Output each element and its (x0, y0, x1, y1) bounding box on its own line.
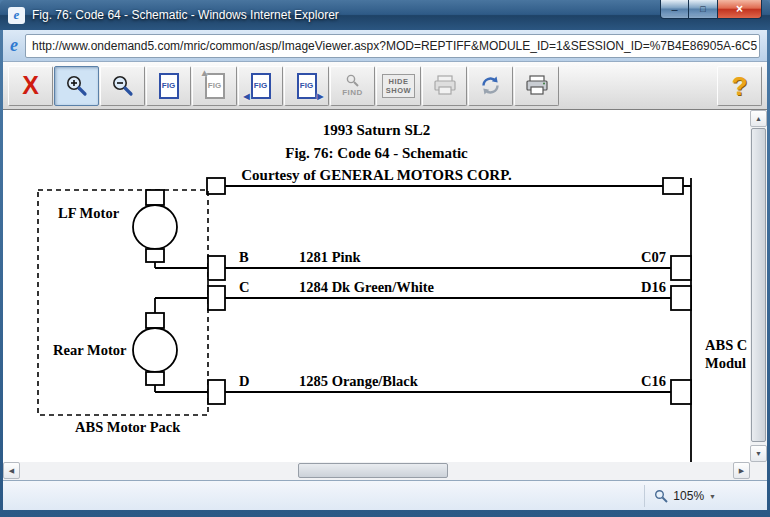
lf-motor-label: LF Motor (58, 205, 120, 221)
connector-box (208, 286, 225, 310)
circuit-label: 1285 Orange/Black (299, 373, 419, 389)
circuit-label: 1284 Dk Green/White (299, 279, 435, 295)
terminal-label: D16 (641, 279, 666, 295)
connector-box (671, 380, 691, 404)
scroll-right-button[interactable]: ▶ (733, 462, 750, 479)
status-bar: 105% ▼ (3, 480, 767, 510)
url-text: http://www.ondemand5.com/mric/common/asp… (32, 39, 757, 53)
next-figure-button[interactable]: FIG ▶ (284, 66, 329, 106)
pin-label: C (239, 279, 249, 295)
horizontal-scrollbar-thumb[interactable] (298, 463, 448, 478)
scrollbar-corner (750, 462, 767, 480)
zoom-icon (654, 489, 668, 503)
ie-page-icon: e (8, 7, 25, 24)
window-body: e http://www.ondemand5.com/mric/common/a… (3, 30, 767, 510)
scroll-up-button[interactable]: ▲ (750, 110, 767, 127)
wire-d: D 1285 Orange/Black C16 (155, 373, 691, 404)
find-label: FIND (342, 88, 363, 97)
lf-motor-symbol (133, 190, 177, 268)
connector-box (208, 256, 225, 280)
scroll-left-button[interactable]: ◀ (3, 462, 20, 479)
print-preview-icon (433, 75, 457, 96)
zoom-in-icon (65, 74, 88, 97)
find-button[interactable]: FIND (330, 66, 375, 106)
show-label: SHOW (386, 86, 411, 95)
connector-box (207, 178, 225, 194)
connector-box (208, 380, 225, 404)
zoom-out-icon (111, 74, 134, 97)
fig-label: FIG (162, 81, 175, 90)
down-arrow-icon: ▼ (755, 450, 762, 457)
connector-box (671, 256, 691, 280)
window-controls: – □ × (660, 0, 762, 19)
print-preview-button[interactable] (422, 66, 467, 106)
abs-motor-pack-label: ABS Motor Pack (75, 419, 181, 435)
refresh-button[interactable] (468, 66, 513, 106)
zoom-in-button[interactable] (54, 66, 99, 106)
hide-show-button[interactable]: HIDE SHOW (376, 66, 421, 106)
schematic-diagram: ABS C Modul ABS Motor Pack LF Motor (3, 110, 750, 462)
zoom-caret-icon: ▼ (709, 493, 716, 500)
circuit-label: 1281 Pink (299, 249, 362, 265)
ie-logo-icon: e (10, 35, 18, 56)
figure-up-icon: FIG ▲ (205, 73, 225, 99)
maximize-button[interactable]: □ (689, 0, 717, 19)
address-bar: e http://www.ondemand5.com/mric/common/a… (3, 30, 767, 62)
figure-up-button[interactable]: FIG ▲ (192, 66, 237, 106)
motor-terminal-box (146, 372, 164, 385)
connector-box (671, 286, 691, 310)
motor-circle (133, 328, 177, 372)
help-button[interactable]: ? (717, 66, 762, 106)
terminal-label: C07 (641, 249, 666, 265)
figure-doc-icon: FIG (159, 73, 179, 99)
vertical-scrollbar-thumb[interactable] (751, 128, 766, 442)
previous-figure-button[interactable]: FIG ◀ (238, 66, 283, 106)
right-arrow-icon: ▶ (317, 93, 323, 101)
printer-icon (525, 75, 549, 96)
motor-terminal-box (146, 249, 164, 262)
fig-label: FIG (300, 81, 313, 90)
scroll-down-button[interactable]: ▼ (750, 445, 767, 462)
find-icon: FIND (342, 74, 363, 97)
window-title: Fig. 76: Code 64 - Schematic - Windows I… (32, 8, 339, 22)
motor-terminal-box (146, 313, 164, 328)
left-arrow-icon: ◀ (244, 93, 250, 101)
close-button[interactable]: × (717, 0, 762, 19)
print-button[interactable] (514, 66, 559, 106)
fig-label: FIG (208, 81, 221, 90)
rear-motor-label: Rear Motor (53, 342, 127, 358)
rear-motor-symbol (133, 298, 177, 392)
zoom-out-button[interactable] (100, 66, 145, 106)
zoom-control[interactable]: 105% ▼ (644, 485, 725, 507)
minimize-button[interactable]: – (660, 0, 689, 19)
viewer-toolbar: X FIG (3, 62, 767, 110)
fig-label: FIG (254, 81, 267, 90)
title-bar: e Fig. 76: Code 64 - Schematic - Windows… (0, 0, 770, 30)
up-arrow-icon: ▲ (200, 68, 210, 78)
wire-c: C 1284 Dk Green/White D16 (155, 279, 691, 310)
pin-label: D (239, 373, 249, 389)
ie-window: e Fig. 76: Code 64 - Schematic - Windows… (0, 0, 770, 517)
previous-figure-icon: FIG ◀ (251, 73, 271, 99)
refresh-icon (479, 74, 502, 97)
abs-module-label-line2: Modul (705, 355, 746, 371)
motor-terminal-box (146, 190, 164, 205)
up-arrow-icon: ▲ (755, 115, 762, 122)
close-image-button[interactable]: X (8, 66, 53, 106)
terminal-label: C16 (641, 373, 666, 389)
vertical-scrollbar[interactable]: ▲ ▼ (750, 110, 767, 462)
horizontal-scrollbar[interactable]: ◀ ▶ (3, 462, 750, 480)
address-input[interactable]: http://www.ondemand5.com/mric/common/asp… (25, 34, 760, 58)
hide-label: HIDE (389, 77, 409, 86)
wire-b: B 1281 Pink C07 (155, 249, 691, 280)
right-arrow-icon: ▶ (739, 467, 744, 475)
close-x-icon: X (22, 73, 39, 98)
connector-box (663, 178, 683, 194)
next-figure-icon: FIG ▶ (297, 73, 317, 99)
pin-label: B (239, 249, 249, 265)
abs-module-label-line1: ABS C (705, 337, 747, 353)
motor-circle (133, 205, 177, 249)
document-viewport: 1993 Saturn SL2 Fig. 76: Code 64 - Schem… (3, 110, 767, 480)
abs-motor-pack-outline (38, 190, 208, 415)
figure-list-button[interactable]: FIG (146, 66, 191, 106)
